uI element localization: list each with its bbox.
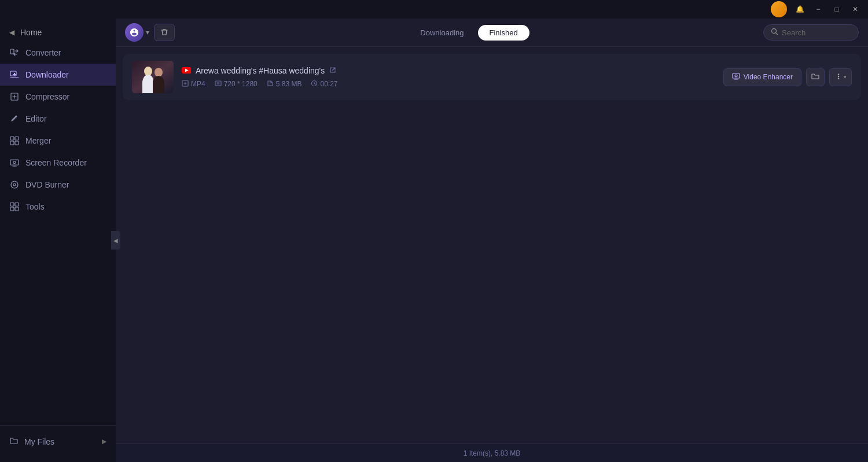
svg-rect-0 [10, 49, 14, 54]
svg-rect-6 [15, 141, 19, 145]
dropdown-arrow-icon: ▾ [844, 74, 847, 80]
minimize-icon: − [816, 5, 820, 13]
tools-icon [9, 201, 20, 212]
sidebar-item-dvd-burner[interactable]: DVD Burner [0, 174, 116, 196]
notification-icon: 🔔 [796, 5, 804, 13]
svg-point-18 [144, 67, 152, 76]
my-files-icon [9, 436, 19, 447]
screen-recorder-label: Screen Recorder [25, 158, 87, 167]
my-files-label: My Files [24, 437, 54, 446]
svg-rect-12 [15, 203, 19, 206]
sidebar-item-screen-recorder[interactable]: Screen Recorder [0, 152, 116, 174]
merger-label: Merger [25, 136, 51, 145]
card-actions: Video Enhancer [723, 68, 852, 86]
delete-button[interactable] [154, 24, 175, 41]
converter-label: Converter [25, 48, 61, 57]
merger-icon [9, 135, 20, 146]
meta-size: 5.83 MB [267, 80, 302, 88]
svg-rect-4 [15, 137, 19, 140]
maximize-button[interactable]: □ [829, 1, 845, 17]
dvd-burner-label: DVD Burner [25, 180, 69, 189]
external-link-icon[interactable] [329, 67, 336, 75]
status-text: 1 Item(s), 5.83 MB [464, 449, 521, 457]
svg-rect-3 [10, 137, 14, 140]
format-value: MP4 [191, 80, 205, 88]
downloading-tab[interactable]: Downloading [409, 25, 475, 41]
back-arrow-icon: ◀ [9, 28, 14, 36]
app-logo-icon [125, 23, 144, 42]
duration-icon [311, 80, 318, 88]
sidebar-item-converter[interactable]: Converter [0, 42, 116, 64]
svg-point-19 [155, 68, 163, 77]
sidebar-collapse-toggle[interactable]: ◀ [111, 231, 120, 250]
sidebar-item-tools[interactable]: Tools [0, 196, 116, 218]
svg-rect-5 [10, 141, 14, 145]
app-body: ◀ Home Converter Downloader [0, 19, 868, 462]
converter-icon [9, 47, 20, 58]
svg-point-26 [735, 75, 737, 77]
avatar-button[interactable] [771, 1, 787, 17]
card-info: Arewa wedding's #Hausa wedding's [182, 66, 715, 88]
home-label: Home [20, 28, 42, 37]
svg-rect-1 [10, 71, 16, 76]
sidebar-item-merger[interactable]: Merger [0, 130, 116, 152]
search-icon [771, 28, 778, 37]
maximize-icon: □ [834, 5, 838, 13]
youtube-icon [182, 66, 191, 75]
video-title: Arewa wedding's #Hausa wedding's [196, 66, 325, 75]
video-enhancer-button[interactable]: Video Enhancer [723, 68, 801, 86]
content-list: Arewa wedding's #Hausa wedding's [116, 47, 868, 443]
search-input[interactable] [782, 28, 851, 37]
svg-rect-13 [10, 207, 14, 211]
compressor-label: Compressor [25, 92, 69, 101]
open-folder-button[interactable] [806, 68, 825, 86]
compressor-icon [9, 91, 20, 102]
toolbar: ▾ Downloading Finished [116, 19, 868, 47]
thumbnail-image [132, 61, 174, 93]
sidebar-item-editor[interactable]: Editor [0, 108, 116, 130]
logo-dropdown-icon: ▾ [146, 28, 149, 36]
my-files-item[interactable]: My Files ▶ [0, 430, 116, 453]
svg-point-8 [13, 162, 16, 164]
downloader-label: Downloader [25, 70, 69, 79]
svg-rect-25 [733, 74, 740, 78]
sidebar-bottom: My Files ▶ [0, 425, 116, 457]
sidebar: ◀ Home Converter Downloader [0, 19, 116, 462]
meta-resolution: 720 * 1280 [215, 80, 258, 88]
card-meta: MP4 720 * 1280 [182, 80, 715, 88]
sidebar-item-compressor[interactable]: Compressor [0, 86, 116, 108]
main-content: ▾ Downloading Finished [116, 19, 868, 462]
meta-format: MP4 [182, 80, 205, 88]
resolution-icon [215, 80, 222, 88]
title-bar: 🔔 − □ ✕ [0, 0, 868, 19]
dvd-burner-icon [9, 179, 20, 190]
editor-icon [9, 113, 20, 124]
sidebar-item-downloader[interactable]: Downloader [0, 64, 116, 86]
folder-icon [811, 72, 819, 82]
video-enhancer-label: Video Enhancer [744, 73, 793, 81]
add-download-button[interactable]: ▾ [125, 23, 149, 42]
screen-recorder-icon [9, 157, 20, 168]
sidebar-item-home[interactable]: ◀ Home [0, 23, 116, 42]
svg-point-15 [772, 29, 777, 34]
svg-rect-23 [215, 81, 221, 86]
tools-label: Tools [25, 202, 45, 211]
svg-point-9 [11, 181, 18, 188]
svg-rect-11 [10, 203, 14, 206]
search-box [763, 24, 859, 41]
trash-icon [160, 28, 168, 38]
finished-tab[interactable]: Finished [478, 25, 529, 41]
minimize-button[interactable]: − [810, 1, 826, 17]
card-title-row: Arewa wedding's #Hausa wedding's [182, 66, 715, 75]
video-enhancer-icon [732, 72, 740, 82]
notification-button[interactable]: 🔔 [792, 1, 808, 17]
svg-rect-14 [15, 207, 19, 211]
more-options-button[interactable]: ▾ [829, 68, 852, 86]
more-icon [834, 72, 843, 82]
close-button[interactable]: ✕ [847, 1, 863, 17]
downloader-icon [9, 69, 20, 80]
svg-rect-7 [10, 160, 19, 165]
close-icon: ✕ [852, 5, 858, 13]
svg-point-28 [838, 75, 839, 76]
size-value: 5.83 MB [276, 80, 302, 88]
